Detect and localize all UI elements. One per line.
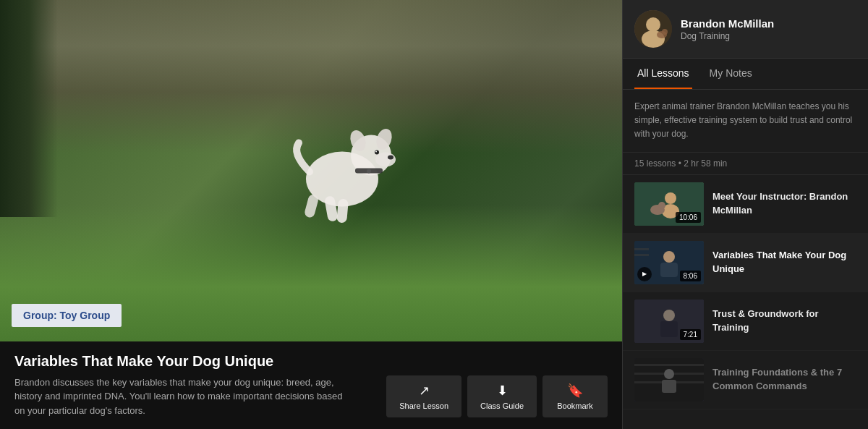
lesson-count: 15 lessons • 2 hr 58 min (623, 153, 868, 175)
share-button[interactable]: ↗ Share Lesson (386, 375, 461, 417)
class-guide-label: Class Guide (480, 402, 524, 410)
svg-point-17 (662, 29, 668, 35)
duration-badge: 10:06 (676, 212, 701, 223)
svg-point-23 (658, 202, 665, 209)
svg-point-14 (646, 17, 660, 32)
svg-point-25 (663, 251, 675, 263)
video-description: Brandon discusses the key variables that… (14, 375, 347, 418)
svg-point-6 (375, 150, 379, 154)
group-badge: Group: Toy Group (12, 304, 122, 327)
lesson-thumbnail: 7:21 (634, 300, 704, 343)
bookmark-button[interactable]: 🔖 Bookmark (542, 375, 608, 417)
action-buttons: ↗ Share Lesson ⬇ Class Guide 🔖 Bookmark (386, 375, 608, 417)
svg-point-20 (665, 192, 676, 204)
duration-badge: 7:21 (680, 329, 701, 340)
lesson-title: Training Foundations & the 7 Common Comm… (712, 366, 856, 392)
svg-rect-34 (634, 364, 704, 366)
play-icon: ▶ (637, 267, 652, 281)
svg-point-37 (664, 369, 674, 379)
video-background: Group: Toy Group (0, 0, 622, 341)
group-badge-text: Group: Toy Group (23, 310, 110, 321)
course-description: Expert animal trainer Brandon McMillan t… (623, 90, 868, 153)
class-guide-button[interactable]: ⬇ Class Guide (467, 375, 537, 417)
tabs-bar: All Lessons My Notes (623, 59, 868, 90)
lesson-title: Trust & Groundwork for Training (712, 307, 856, 334)
list-item[interactable]: 7:21 Trust & Groundwork for Training (623, 292, 868, 351)
bookmark-icon: 🔖 (567, 383, 583, 399)
list-item[interactable]: 10:06 Meet Your Instructor: Brandon McMi… (623, 175, 868, 234)
left-panel: Group: Toy Group Variables That Make You… (0, 0, 622, 429)
lesson-info: Trust & Groundwork for Training (712, 307, 856, 334)
instructor-info: Brandon McMillan Dog Training (681, 17, 774, 41)
share-label: Share Lesson (399, 402, 448, 410)
tab-all-lessons[interactable]: All Lessons (634, 59, 692, 89)
svg-rect-28 (634, 254, 649, 256)
instructor-name: Brandon McMillan (681, 17, 774, 30)
lesson-info: Variables That Make Your Dog Unique (712, 249, 856, 275)
svg-point-12 (367, 169, 371, 173)
avatar (634, 10, 672, 48)
tab-my-notes[interactable]: My Notes (707, 59, 755, 89)
list-item[interactable]: ▶ 8:06 Variables That Make Your Dog Uniq… (623, 234, 868, 292)
lesson-info: Meet Your Instructor: Brandon McMillan (712, 190, 856, 216)
lesson-thumbnail: ▶ 8:06 (634, 241, 704, 284)
bookmark-label: Bookmark (557, 402, 593, 410)
svg-rect-26 (660, 263, 678, 277)
video-info-section: Variables That Make Your Dog Unique Bran… (0, 341, 622, 430)
dog-figure (277, 103, 407, 226)
svg-point-4 (375, 152, 396, 166)
download-icon: ⬇ (497, 383, 508, 399)
lesson-title: Meet Your Instructor: Brandon McMillan (712, 190, 856, 216)
instructor-subtitle: Dog Training (681, 31, 774, 41)
avatar-image (634, 10, 672, 48)
video-title: Variables That Make Your Dog Unique (14, 353, 608, 370)
tree-left (0, 0, 58, 217)
right-panel: Brandon McMillan Dog Training All Lesson… (622, 0, 868, 429)
svg-rect-27 (634, 248, 649, 250)
svg-point-7 (375, 150, 377, 152)
video-player[interactable]: Group: Toy Group (0, 0, 622, 341)
svg-point-5 (388, 155, 393, 159)
lessons-list: 10:06 Meet Your Instructor: Brandon McMi… (623, 175, 868, 429)
lesson-info: Training Foundations & the 7 Common Comm… (712, 366, 856, 392)
lesson-thumbnail (634, 358, 704, 402)
share-icon: ↗ (419, 383, 430, 399)
list-item[interactable]: Training Foundations & the 7 Common Comm… (623, 351, 868, 409)
lesson-title: Variables That Make Your Dog Unique (712, 249, 856, 275)
svg-rect-38 (662, 380, 676, 393)
thumbnail-image (634, 358, 704, 402)
lesson-thumbnail: 10:06 (634, 182, 704, 226)
svg-rect-10 (304, 193, 320, 218)
duration-badge: 8:06 (680, 271, 701, 281)
instructor-header: Brandon McMillan Dog Training (623, 0, 868, 59)
